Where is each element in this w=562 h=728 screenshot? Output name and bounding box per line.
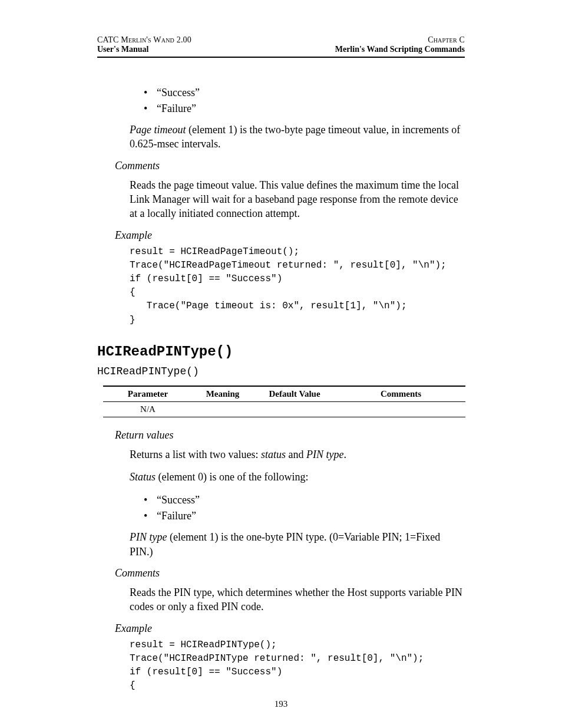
comments-label-2: Comments xyxy=(115,567,465,579)
example-code-2: result = HCIReadPINType(); Trace("HCIRea… xyxy=(130,638,465,693)
status-bullets-2: “Success” “Failure” xyxy=(141,492,465,524)
page: CATC Merlin's Wand 2.00 User's Manual Ch… xyxy=(0,0,562,728)
pin-rest: (element 1) is the one-byte PIN type. (0… xyxy=(130,531,440,557)
page-number: 193 xyxy=(0,699,562,709)
td-comments xyxy=(336,401,465,417)
return-values-intro: Returns a list with two values: status a… xyxy=(130,447,465,462)
td-default xyxy=(253,401,336,417)
comments-block-1: Reads the page timeout value. This value… xyxy=(130,178,465,221)
comments-text-1: Reads the page timeout value. This value… xyxy=(130,178,465,221)
rv-pin: PIN type xyxy=(306,449,343,460)
bullet-success-2: “Success” xyxy=(141,492,465,508)
section-page-timeout: “Success” “Failure” Page timeout (elemen… xyxy=(130,85,465,151)
doc-title: CATC Merlin's Wand 2.00 xyxy=(97,35,191,45)
running-head-left: CATC Merlin's Wand 2.00 User's Manual xyxy=(97,35,191,54)
return-values-label: Return values xyxy=(115,429,465,442)
rv-pre: Returns a list with two values: xyxy=(130,449,261,460)
rv-post: . xyxy=(343,449,346,460)
function-signature: HCIReadPINType() xyxy=(97,365,465,377)
status-bullets: “Success” “Failure” xyxy=(141,85,465,117)
bullet-success: “Success” xyxy=(141,85,465,101)
bullet-failure: “Failure” xyxy=(141,101,465,117)
chapter-label: Chapter C xyxy=(335,35,465,45)
rv-mid: and xyxy=(286,449,306,460)
page-timeout-term: Page timeout xyxy=(130,124,186,136)
table-header-row: Parameter Meaning Default Value Comments xyxy=(103,386,465,402)
function-heading: HCIReadPINType() xyxy=(97,344,465,360)
status-rest: (element 0) is one of the following: xyxy=(156,471,308,483)
status-term: Status xyxy=(130,471,156,483)
th-default: Default Value xyxy=(253,386,336,402)
example-label-2: Example xyxy=(115,622,465,635)
rv-status: status xyxy=(261,449,286,460)
status-desc: Status (element 0) is one of the followi… xyxy=(130,470,465,484)
doc-subtitle-left: User's Manual xyxy=(97,45,191,54)
example-label-1: Example xyxy=(115,229,465,242)
comments-block-2: Reads the PIN type, which determines whe… xyxy=(130,585,465,614)
table-row: N/A xyxy=(103,401,465,417)
td-parameter: N/A xyxy=(103,401,193,417)
bullet-failure-2: “Failure” xyxy=(141,508,465,524)
example-code-1: result = HCIReadPageTimeout(); Trace("HC… xyxy=(130,245,465,327)
doc-subtitle-right: Merlin's Wand Scripting Commands xyxy=(335,45,465,54)
pin-type-desc: PIN type (element 1) is the one-byte PIN… xyxy=(130,530,465,559)
pin-term: PIN type xyxy=(130,531,167,543)
th-meaning: Meaning xyxy=(193,386,253,402)
th-comments: Comments xyxy=(336,386,465,402)
page-timeout-desc: Page timeout (element 1) is the two-byte… xyxy=(130,123,465,151)
th-parameter: Parameter xyxy=(103,386,193,402)
return-values-block: Returns a list with two values: status a… xyxy=(130,447,465,559)
td-meaning xyxy=(193,401,253,417)
running-head: CATC Merlin's Wand 2.00 User's Manual Ch… xyxy=(97,35,465,54)
comments-text-2: Reads the PIN type, which determines whe… xyxy=(130,585,465,614)
running-head-right: Chapter C Merlin's Wand Scripting Comman… xyxy=(335,35,465,54)
parameter-table: Parameter Meaning Default Value Comments… xyxy=(103,386,465,417)
comments-label-1: Comments xyxy=(115,160,465,172)
